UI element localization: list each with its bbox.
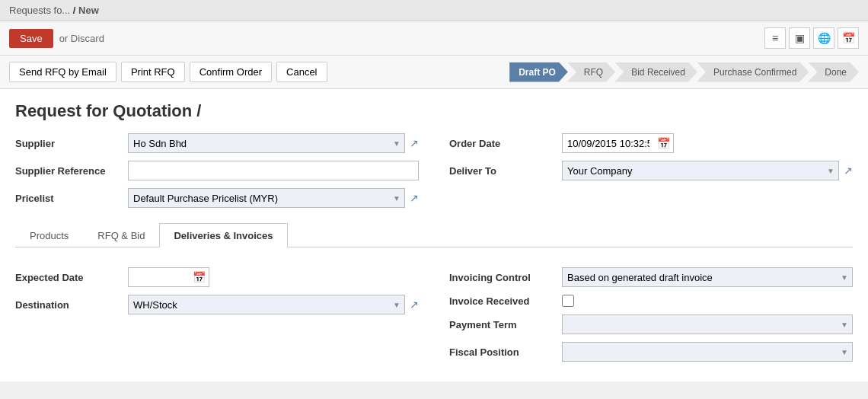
tab-deliveries-invoices[interactable]: Deliveries & Invoices bbox=[159, 223, 287, 247]
form-left: Supplier Ho Sdn Bhd ▼ ↗ Supplier Referen… bbox=[15, 133, 419, 208]
save-button[interactable]: Save bbox=[9, 29, 53, 48]
deliver-to-row: Deliver To Your Company ▼ ↗ bbox=[449, 161, 853, 180]
supplier-ref-input[interactable] bbox=[128, 161, 419, 180]
supplier-label: Supplier bbox=[15, 138, 122, 149]
fiscal-position-select[interactable] bbox=[562, 342, 853, 362]
pricelist-label: Pricelist bbox=[15, 193, 122, 204]
invoice-received-label: Invoice Received bbox=[449, 295, 556, 307]
tab-content-deliveries: Expected Date 📅 Destination WH/Stock bbox=[15, 260, 853, 369]
step-bid-received[interactable]: Bid Received bbox=[614, 62, 697, 82]
grid-view-icon[interactable]: ▣ bbox=[789, 27, 810, 49]
invoicing-control-select[interactable]: Based on generated draft invoice bbox=[562, 267, 853, 287]
deliver-to-ext-link-icon[interactable]: ↗ bbox=[844, 164, 853, 177]
fiscal-position-row: Fiscal Position ▼ bbox=[449, 342, 853, 362]
send-rfq-button[interactable]: Send RFQ by Email bbox=[9, 62, 116, 82]
step-done[interactable]: Done bbox=[808, 62, 859, 82]
workflow-buttons: Send RFQ by Email Print RFQ Confirm Orde… bbox=[9, 62, 327, 82]
discard-label[interactable]: or Discard bbox=[59, 33, 104, 44]
expected-date-input[interactable] bbox=[129, 269, 190, 286]
pricelist-row: Pricelist Default Purchase Pricelist (MY… bbox=[15, 188, 419, 208]
pricelist-ext-link-icon[interactable]: ↗ bbox=[410, 192, 419, 204]
print-rfq-button[interactable]: Print RFQ bbox=[121, 62, 185, 82]
payment-term-label: Payment Term bbox=[449, 319, 556, 330]
tabs-bar: Products RFQ & Bid Deliveries & Invoices bbox=[15, 223, 853, 247]
expected-date-label: Expected Date bbox=[15, 272, 122, 283]
order-date-label: Order Date bbox=[449, 138, 556, 149]
payment-term-row: Payment Term ▼ bbox=[449, 314, 853, 334]
tab-right: Invoicing Control Based on generated dra… bbox=[449, 267, 853, 362]
cancel-button[interactable]: Cancel bbox=[276, 62, 327, 82]
calendar-icon[interactable]: 📅 bbox=[838, 27, 859, 49]
list-view-icon[interactable]: ≡ bbox=[764, 27, 786, 49]
tab-left: Expected Date 📅 Destination WH/Stock bbox=[15, 267, 419, 362]
destination-control: WH/Stock ▼ ↗ bbox=[128, 295, 419, 314]
deliver-to-label: Deliver To bbox=[449, 165, 556, 177]
pricelist-control: Default Purchase Pricelist (MYR) ▼ ↗ bbox=[128, 188, 419, 208]
destination-select-wrapper: WH/Stock ▼ bbox=[128, 295, 405, 314]
destination-row: Destination WH/Stock ▼ ↗ bbox=[15, 295, 419, 314]
pricelist-select[interactable]: Default Purchase Pricelist (MYR) bbox=[128, 188, 405, 208]
supplier-ref-control bbox=[128, 161, 419, 180]
invoicing-control-select-wrapper: Based on generated draft invoice ▼ bbox=[562, 267, 853, 287]
breadcrumb-parent[interactable]: Requests fo... bbox=[9, 5, 70, 16]
pricelist-select-wrapper: Default Purchase Pricelist (MYR) ▼ bbox=[128, 188, 405, 208]
order-date-row: Order Date 📅 bbox=[449, 133, 853, 153]
expected-date-calendar-icon[interactable]: 📅 bbox=[190, 271, 209, 283]
step-draft-po[interactable]: Draft PO bbox=[509, 62, 568, 82]
supplier-select[interactable]: Ho Sdn Bhd bbox=[128, 133, 405, 153]
globe-icon[interactable]: 🌐 bbox=[813, 27, 834, 49]
destination-ext-link-icon[interactable]: ↗ bbox=[410, 298, 419, 311]
invoicing-control-control: Based on generated draft invoice ▼ bbox=[562, 267, 853, 287]
form-section: Supplier Ho Sdn Bhd ▼ ↗ Supplier Referen… bbox=[15, 133, 853, 208]
fiscal-position-label: Fiscal Position bbox=[449, 346, 556, 358]
destination-label: Destination bbox=[15, 299, 122, 311]
supplier-control: Ho Sdn Bhd ▼ ↗ bbox=[128, 133, 419, 153]
fiscal-position-control: ▼ bbox=[562, 342, 853, 362]
expected-date-control: 📅 bbox=[128, 267, 419, 287]
invoice-received-checkbox[interactable] bbox=[562, 295, 574, 307]
workflow-steps: Draft PO RFQ Bid Received Purchase Confi… bbox=[509, 62, 859, 82]
breadcrumb-current: New bbox=[78, 5, 99, 16]
action-bar: Save or Discard ≡ ▣ 🌐 📅 bbox=[0, 21, 868, 56]
deliver-to-control: Your Company ▼ ↗ bbox=[562, 161, 853, 180]
supplier-ref-label: Supplier Reference bbox=[15, 165, 122, 177]
deliver-to-select[interactable]: Your Company bbox=[562, 161, 839, 180]
deliver-to-select-wrapper: Your Company ▼ bbox=[562, 161, 839, 180]
tab-form: Expected Date 📅 Destination WH/Stock bbox=[15, 267, 853, 362]
expected-date-row: Expected Date 📅 bbox=[15, 267, 419, 287]
order-date-input[interactable] bbox=[563, 135, 654, 152]
supplier-ref-row: Supplier Reference bbox=[15, 161, 419, 180]
tab-rfq-bid[interactable]: RFQ & Bid bbox=[83, 223, 159, 247]
fiscal-position-select-wrapper: ▼ bbox=[562, 342, 853, 362]
supplier-row: Supplier Ho Sdn Bhd ▼ ↗ bbox=[15, 133, 419, 153]
invoice-received-control bbox=[562, 295, 853, 307]
order-date-input-wrap: 📅 bbox=[562, 133, 674, 153]
destination-select[interactable]: WH/Stock bbox=[128, 295, 405, 314]
invoice-received-row: Invoice Received bbox=[449, 295, 853, 307]
breadcrumb-bar: Requests fo... / New bbox=[0, 0, 868, 21]
breadcrumb-separator: / bbox=[73, 5, 76, 16]
toolbar-icons: ≡ ▣ 🌐 📅 bbox=[764, 27, 859, 49]
supplier-select-wrapper: Ho Sdn Bhd ▼ bbox=[128, 133, 405, 153]
workflow-bar: Send RFQ by Email Print RFQ Confirm Orde… bbox=[0, 56, 868, 89]
payment-term-control: ▼ bbox=[562, 314, 853, 334]
payment-term-select[interactable] bbox=[562, 314, 853, 334]
invoicing-control-label: Invoicing Control bbox=[449, 272, 556, 283]
payment-term-select-wrapper: ▼ bbox=[562, 314, 853, 334]
form-right: Order Date 📅 Deliver To Your Company ▼ bbox=[449, 133, 853, 208]
order-date-control: 📅 bbox=[562, 133, 853, 153]
invoicing-control-row: Invoicing Control Based on generated dra… bbox=[449, 267, 853, 287]
step-purchase-confirmed[interactable]: Purchase Confirmed bbox=[697, 62, 809, 82]
main-content: Request for Quotation / Supplier Ho Sdn … bbox=[0, 89, 868, 381]
tab-products[interactable]: Products bbox=[15, 223, 83, 247]
step-rfq[interactable]: RFQ bbox=[567, 62, 615, 82]
confirm-order-button[interactable]: Confirm Order bbox=[190, 62, 272, 82]
supplier-ext-link-icon[interactable]: ↗ bbox=[410, 137, 419, 149]
order-date-calendar-icon[interactable]: 📅 bbox=[654, 137, 673, 149]
page-title: Request for Quotation / bbox=[15, 101, 853, 121]
expected-date-input-wrap: 📅 bbox=[128, 267, 209, 287]
